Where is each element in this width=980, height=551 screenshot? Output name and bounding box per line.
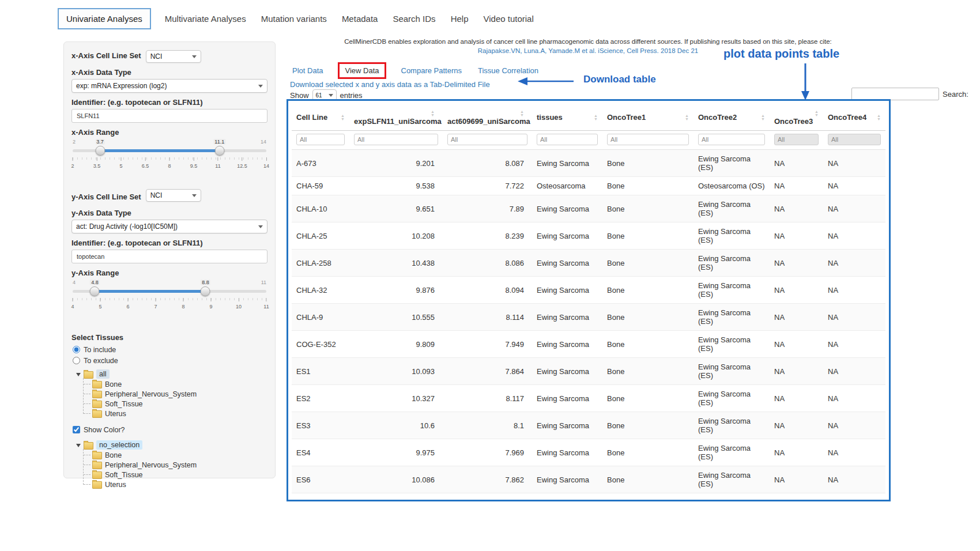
table-cell: NA: [770, 439, 823, 466]
table-cell: 10.208: [349, 222, 443, 250]
table-cell: NA: [823, 439, 885, 466]
column-header-oncotree1[interactable]: ▲▼OncoTree1: [602, 102, 693, 131]
column-header-oncotree3[interactable]: ▲▼OncoTree3: [770, 102, 823, 131]
checkbox-show-color[interactable]: [73, 426, 80, 433]
tab-multivariate-analyses[interactable]: Multivariate Analyses: [164, 13, 247, 25]
y-cell-line-set-select[interactable]: NCI: [146, 189, 201, 202]
tree-item[interactable]: Bone: [92, 450, 267, 460]
column-filter-input[interactable]: [296, 134, 345, 145]
slider-handle-high[interactable]: [214, 146, 224, 156]
table-cell: CHLA-25: [292, 222, 349, 250]
tab-search-ids[interactable]: Search IDs: [391, 13, 436, 25]
tree-item[interactable]: Peripheral_Nervous_System: [92, 389, 267, 399]
table-cell: NA: [823, 177, 885, 195]
tissue-exclude-radio[interactable]: To exclude: [73, 355, 267, 366]
folder-icon: [92, 452, 102, 459]
data-table: ▲▼Cell Line▲▼expSLFN11_uniSarcoma▲▼act60…: [292, 102, 885, 501]
annotation-download-table: Download table: [583, 74, 656, 85]
tree-item[interactable]: Bone: [92, 379, 267, 389]
x-axis-range-slider[interactable]: 2 3.7 11.1 14 23.556.589.51112.514: [73, 139, 266, 176]
exclude-tissue-tree: no_selection BonePeripheral_Nervous_Syst…: [76, 440, 267, 489]
table-cell: NA: [823, 358, 885, 385]
tissue-include-radio[interactable]: To include: [73, 344, 267, 355]
download-tab-delimited-link[interactable]: Download selected x and y axis data as a…: [290, 80, 490, 89]
table-cell: CHLA-32: [292, 277, 349, 304]
table-cell: NA: [823, 493, 885, 502]
tree-item[interactable]: Uterus: [92, 409, 267, 418]
table-cell: Ewing Sarcoma: [532, 150, 602, 177]
slider-handle-high[interactable]: [201, 286, 210, 296]
x-cell-line-set-label: x-Axis Cell Line Set: [71, 51, 141, 60]
table-cell: Ewing Sarcoma (ES): [693, 304, 770, 331]
y-data-type-select[interactable]: act: Drug Activity (-log10[IC50M]): [71, 220, 267, 233]
table-cell: A-673: [292, 150, 349, 177]
table-cell: Bone: [602, 304, 693, 331]
column-header-expslfn11-unisarcoma[interactable]: ▲▼expSLFN11_uniSarcoma: [349, 102, 443, 131]
tab-video-tutorial[interactable]: Video tutorial: [482, 13, 534, 25]
annotation-plot-data-points-table: plot data points table: [723, 47, 839, 61]
tab-help[interactable]: Help: [450, 13, 470, 25]
table-cell: Osteosarcoma (OS): [693, 177, 770, 195]
tree-item[interactable]: Uterus: [92, 480, 267, 489]
slider-tick: 12.5: [237, 157, 247, 169]
column-header-oncotree4[interactable]: ▲▼OncoTree4: [823, 102, 885, 131]
table-header-row: ▲▼Cell Line▲▼expSLFN11_uniSarcoma▲▼act60…: [292, 102, 885, 131]
column-header-cell-line[interactable]: ▲▼Cell Line: [292, 102, 349, 131]
column-header-oncotree2[interactable]: ▲▼OncoTree2: [693, 102, 770, 131]
x-range-label: x-Axis Range: [71, 128, 267, 137]
radio-include[interactable]: [73, 346, 80, 353]
tree-expand-icon[interactable]: [76, 444, 81, 447]
slider-tick: 7: [154, 298, 157, 310]
slider-tick: 3.5: [93, 157, 101, 169]
table-cell: Ewing Sarcoma (ES): [693, 331, 770, 358]
tab-plot-data[interactable]: Plot Data: [291, 64, 324, 77]
y-identifier-input[interactable]: [71, 250, 267, 263]
table-cell: Bone: [602, 222, 693, 250]
annotation-left-arrow-icon: [518, 76, 575, 86]
table-cell: Ewing Sarcoma (ES): [693, 493, 770, 502]
column-filter-input[interactable]: [447, 134, 527, 145]
y-data-type-label: y-Axis Data Type: [71, 209, 267, 217]
table-cell: 7.89: [443, 195, 532, 222]
tree-item[interactable]: Soft_Tissue: [92, 470, 267, 480]
table-row: CHLA-2510.2088.239Ewing SarcomaBoneEwing…: [292, 222, 885, 250]
column-filter-input[interactable]: [698, 134, 765, 145]
show-color-checkbox[interactable]: Show Color?: [73, 424, 267, 435]
data-view-tabs: Plot Data View Data Compare Patterns Tis…: [291, 62, 540, 79]
tab-univariate-analyses[interactable]: Univariate Analyses: [58, 8, 151, 29]
column-header-act609699-unisarcoma[interactable]: ▲▼act609699_uniSarcoma: [443, 102, 532, 131]
tree-expand-icon[interactable]: [76, 373, 81, 376]
tab-mutation-variants[interactable]: Mutation variants: [260, 13, 328, 25]
select-tissues-label: Select Tissues: [71, 333, 267, 342]
table-cell: Bone: [602, 493, 693, 502]
tree-root[interactable]: all: [76, 369, 267, 379]
table-cell: Ewing Sarcoma (ES): [693, 385, 770, 412]
tab-compare-patterns[interactable]: Compare Patterns: [400, 64, 463, 77]
search-input[interactable]: [851, 88, 939, 100]
x-cell-line-set-select[interactable]: NCI: [146, 50, 201, 63]
table-cell: NA: [770, 222, 823, 250]
column-filter-input[interactable]: [354, 134, 438, 145]
x-data-type-select[interactable]: exp: mRNA Expression (log2): [71, 79, 267, 93]
tab-metadata[interactable]: Metadata: [341, 13, 379, 25]
table-cell: Ewing Sarcoma (ES): [693, 150, 770, 177]
tab-tissue-correlation[interactable]: Tissue Correlation: [477, 64, 540, 77]
y-axis-range-slider[interactable]: 4 4.8 8.8 11 4567891011: [73, 280, 266, 316]
tab-view-data[interactable]: View Data: [345, 66, 379, 75]
column-header-tissues[interactable]: ▲▼tissues: [532, 102, 602, 131]
tree-root[interactable]: no_selection: [76, 440, 267, 450]
chevron-down-icon: [258, 85, 263, 88]
tree-item[interactable]: Soft_Tissue: [92, 399, 267, 409]
table-cell: Ewing Sarcoma (ES): [693, 412, 770, 439]
tree-item[interactable]: Peripheral_Nervous_System: [92, 460, 267, 470]
slider-handle-low[interactable]: [90, 286, 100, 296]
column-filter-input[interactable]: [607, 134, 689, 145]
sort-icon: ▲▼: [815, 110, 819, 117]
plot-data-points-table: ▲▼Cell Line▲▼expSLFN11_uniSarcoma▲▼act60…: [287, 99, 891, 501]
table-cell: 8.239: [443, 222, 532, 250]
column-filter-input[interactable]: [537, 134, 598, 145]
table-cell: 9.975: [349, 439, 443, 466]
radio-exclude[interactable]: [73, 357, 80, 364]
slider-handle-low[interactable]: [95, 146, 105, 156]
x-identifier-input[interactable]: [71, 109, 267, 123]
